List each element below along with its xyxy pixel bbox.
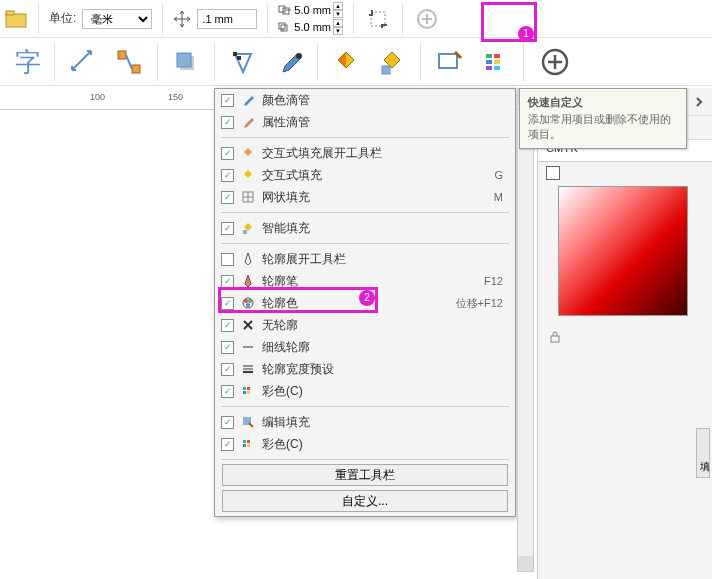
ruler-tick: 150 [168,92,183,102]
menu-label: 轮廓笔 [262,273,478,290]
menu-label: 彩色(C) [262,436,503,453]
dup-x-spinner[interactable]: ▲▼ [333,2,343,18]
checkbox-icon[interactable]: ✓ [221,147,234,160]
menu-separator [221,406,509,407]
menu-label: 轮廓色 [262,295,450,312]
folder-icon[interactable] [4,7,28,31]
separator [162,4,163,34]
interactive-fill-icon[interactable] [324,40,368,84]
menu-item-outline-pen[interactable]: ✓ 轮廓笔 F12 [215,270,515,292]
interactive-fill-icon [240,167,256,183]
reset-toolbar-button[interactable]: 重置工具栏 [222,464,508,486]
edit-fill-icon[interactable] [473,40,517,84]
svg-rect-32 [247,387,250,390]
tooltip-title: 快速自定义 [528,95,678,110]
svg-rect-20 [486,60,492,64]
vertical-scrollbar[interactable] [517,88,534,572]
width-preset-icon [240,361,256,377]
eyedropper-icon [240,92,256,108]
menu-item-no-outline[interactable]: ✓ 无轮廓 [215,314,515,336]
nudge-input[interactable] [197,9,257,29]
eyedropper-tool-icon[interactable] [267,40,311,84]
checkbox-icon[interactable]: ✓ [221,416,234,429]
menu-separator [221,459,509,460]
checkbox-icon[interactable]: ✓ [221,319,234,332]
separator [420,43,421,81]
current-swatch[interactable] [546,166,560,180]
menu-item-attr-eyedropper[interactable]: ✓ 属性滴管 [215,111,515,133]
separator [267,4,268,34]
edit-fill-icon [240,414,256,430]
color-swatches-icon [240,383,256,399]
menu-item-color-c2[interactable]: ✓ 彩色(C) [215,433,515,455]
checkbox-icon[interactable]: ✓ [221,363,234,376]
unit-select[interactable]: 毫米 [82,9,152,29]
svg-point-28 [244,299,248,303]
checkbox-icon[interactable]: ✓ [221,94,234,107]
svg-rect-22 [486,66,492,70]
dup-x-value: 5.0 mm [294,4,331,16]
menu-item-interactive-fill-flyout[interactable]: ✓ 交互式填充展开工具栏 [215,142,515,164]
quick-customize-icon-small[interactable] [413,5,441,33]
chevron-right-icon[interactable] [694,97,704,107]
checkbox-icon[interactable]: ✓ [221,385,234,398]
menu-item-outline-flyout[interactable]: ✓ 轮廓展开工具栏 [215,248,515,270]
text-tool-icon[interactable]: 字 [4,40,48,84]
menu-shortcut: 位移+F12 [456,296,503,311]
menu-separator [221,243,509,244]
menu-item-interactive-fill[interactable]: ✓ 交互式填充 G [215,164,515,186]
quick-customize-button[interactable] [530,40,580,84]
svg-rect-26 [243,230,247,234]
customize-button[interactable]: 自定义... [222,490,508,512]
menu-item-color-c[interactable]: ✓ 彩色(C) [215,380,515,402]
pen-nib-icon [240,273,256,289]
mesh-fill-icon [240,189,256,205]
transparency-tool-icon[interactable] [221,40,265,84]
fill-flyout-icon [240,145,256,161]
dup-y-spinner[interactable]: ▲▼ [333,19,343,35]
separator [523,43,524,81]
checkbox-icon[interactable]: ✓ [221,341,234,354]
checkbox-icon[interactable]: ✓ [221,297,234,310]
checkbox-icon[interactable]: ✓ [221,116,234,129]
checkbox-icon[interactable]: ✓ [221,222,234,235]
docker-tab-fill[interactable]: 填 [696,428,710,478]
svg-point-29 [248,299,252,303]
svg-rect-31 [243,387,246,390]
menu-item-outline-width-preset[interactable]: ✓ 轮廓宽度预设 [215,358,515,380]
menu-item-mesh-fill[interactable]: ✓ 网状填充 M [215,186,515,208]
checkbox-icon[interactable]: ✓ [221,275,234,288]
menu-item-smart-fill[interactable]: ✓ 智能填充 [215,217,515,239]
checkbox-icon[interactable]: ✓ [221,253,234,266]
checkbox-icon[interactable]: ✓ [221,191,234,204]
dimension-tool-icon[interactable] [61,40,105,84]
svg-rect-14 [237,56,241,60]
menu-item-edit-fill[interactable]: ✓ 编辑填充 [215,411,515,433]
svg-rect-43 [551,336,559,342]
svg-rect-9 [118,51,126,59]
menu-label: 轮廓宽度预设 [262,361,503,378]
lock-icon[interactable] [538,320,712,354]
checkbox-icon[interactable]: ✓ [221,169,234,182]
color-picker-gradient[interactable] [558,186,688,316]
menu-item-color-eyedropper[interactable]: ✓ 颜色滴管 [215,89,515,111]
svg-rect-12 [177,53,191,67]
hairline-icon [240,339,256,355]
svg-rect-6 [371,12,385,26]
svg-rect-5 [281,25,287,31]
color-wheel-icon [240,295,256,311]
unit-label: 单位: [49,10,76,27]
outline-flyout-icon[interactable] [427,40,471,84]
smart-fill-icon[interactable] [370,40,414,84]
svg-rect-2 [279,6,285,12]
checkbox-icon[interactable]: ✓ [221,438,234,451]
canvas-area[interactable] [0,110,200,579]
menu-label: 网状填充 [262,189,488,206]
shadow-tool-icon[interactable] [164,40,208,84]
crop-icon[interactable] [364,5,392,33]
menu-label: 轮廓展开工具栏 [262,251,503,268]
menu-item-hairline[interactable]: ✓ 细线轮廓 [215,336,515,358]
svg-rect-38 [243,444,246,447]
separator [54,43,55,81]
connector-tool-icon[interactable] [107,40,151,84]
